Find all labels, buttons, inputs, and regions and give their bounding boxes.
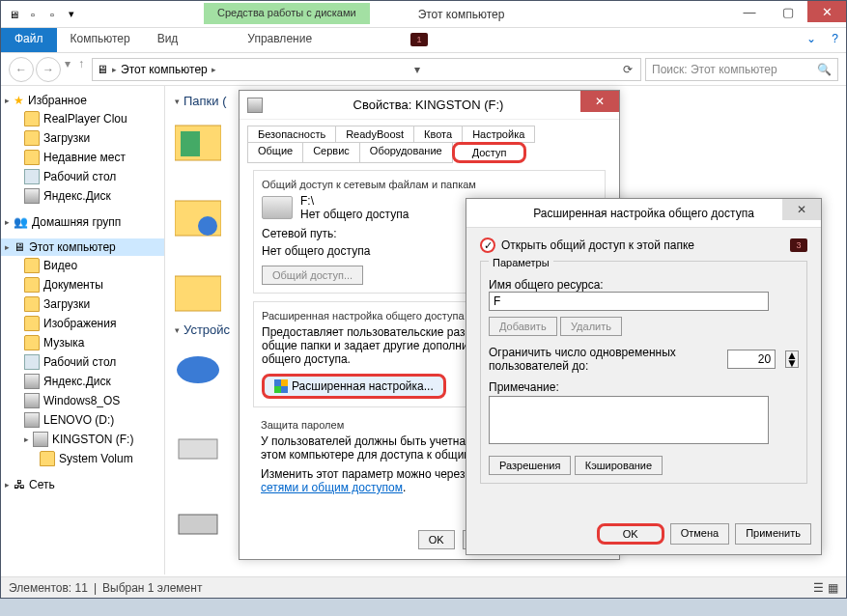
share-button[interactable]: Общий доступ... bbox=[262, 266, 363, 285]
forward-button[interactable]: → bbox=[36, 57, 61, 82]
svg-rect-10 bbox=[274, 386, 281, 393]
view-details-icon[interactable]: ☰ bbox=[813, 581, 824, 595]
nav-item[interactable]: Документы bbox=[1, 275, 164, 294]
ribbon-expand-icon[interactable]: ⌄ bbox=[799, 28, 824, 52]
drive-icon[interactable] bbox=[175, 422, 221, 468]
breadcrumb-thispc[interactable]: Этот компьютер bbox=[121, 63, 208, 76]
nav-item[interactable]: Недавние мест bbox=[1, 148, 164, 167]
svg-rect-9 bbox=[281, 379, 288, 386]
tab-computer[interactable]: Компьютер bbox=[57, 28, 144, 52]
ok-button[interactable]: OK bbox=[597, 523, 664, 545]
ribbon-tabs: Файл Компьютер Вид Управление 1 ⌄ ? bbox=[1, 28, 846, 53]
nav-item[interactable]: Windows8_OS bbox=[1, 391, 164, 410]
nav-item[interactable]: RealPlayer Clou bbox=[1, 109, 164, 128]
drive-icon[interactable] bbox=[175, 497, 221, 544]
nav-item[interactable]: Загрузки bbox=[1, 128, 164, 148]
drive-icon bbox=[247, 98, 263, 113]
dropdown-icon[interactable]: ▾ bbox=[410, 63, 424, 76]
statusbar: Элементов: 11 | Выбран 1 элемент ☰ ▦ bbox=[1, 576, 846, 598]
tab-readyboost[interactable]: ReadyBoost bbox=[335, 126, 414, 143]
share-folder-checkbox[interactable] bbox=[480, 238, 495, 253]
location-icon: 🖥 bbox=[97, 63, 108, 76]
tab-security[interactable]: Безопасность bbox=[247, 126, 336, 143]
nav-item[interactable]: System Volum bbox=[1, 449, 164, 468]
breadcrumb-sep-icon[interactable]: ▸ bbox=[112, 65, 117, 74]
close-button[interactable]: ✕ bbox=[782, 199, 821, 220]
permissions-button[interactable]: Разрешения bbox=[489, 456, 571, 475]
maximize-button[interactable]: ▢ bbox=[769, 1, 807, 22]
view-icons-icon[interactable]: ▦ bbox=[828, 581, 838, 595]
remove-button[interactable]: Удалить bbox=[560, 317, 622, 336]
up-button[interactable]: ↑ bbox=[74, 57, 88, 82]
nav-thispc[interactable]: ▸🖥Этот компьютер bbox=[1, 238, 164, 256]
close-button[interactable]: ✕ bbox=[807, 1, 846, 22]
limit-input[interactable] bbox=[727, 350, 776, 369]
apply-button[interactable]: Применить bbox=[735, 523, 811, 545]
history-dropdown-icon[interactable]: ▾ bbox=[63, 57, 72, 82]
close-button[interactable]: ✕ bbox=[580, 91, 619, 112]
tab-sharing[interactable]: Доступ bbox=[452, 142, 527, 163]
folder-icon[interactable] bbox=[175, 118, 221, 164]
nav-item[interactable]: Яндекс.Диск bbox=[1, 372, 164, 391]
shield-icon bbox=[274, 379, 288, 393]
qat-dropdown-icon[interactable]: ▾ bbox=[63, 6, 80, 23]
back-button[interactable]: ← bbox=[9, 57, 34, 82]
properties-title: Свойства: KINGSTON (F:) bbox=[268, 98, 588, 112]
app-icon: 🖥 bbox=[5, 6, 22, 23]
ribbon-context-tab[interactable]: Средства работы с дисками bbox=[204, 3, 370, 24]
address-bar[interactable]: 🖥 ▸ Этот компьютер ▸ ▾ ⟳ bbox=[92, 58, 641, 81]
advanced-titlebar: Расширенная настройка общего доступа bbox=[466, 199, 821, 228]
tab-hardware[interactable]: Оборудование bbox=[359, 142, 453, 163]
refresh-icon[interactable]: ⟳ bbox=[619, 63, 636, 76]
sharename-input[interactable] bbox=[489, 292, 769, 311]
minimize-button[interactable]: — bbox=[730, 1, 769, 22]
fieldset-legend: Параметры bbox=[489, 257, 553, 268]
nav-item[interactable]: Рабочий стол bbox=[1, 167, 164, 186]
properties-titlebar: Свойства: KINGSTON (F:) 2 bbox=[240, 91, 619, 120]
folder-icon[interactable] bbox=[175, 268, 221, 315]
params-fieldset: Параметры Имя общего ресурса: Добавить У… bbox=[480, 261, 807, 484]
nav-item[interactable]: Музыка bbox=[1, 333, 164, 352]
sharename-label: Имя общего ресурса: bbox=[489, 278, 799, 292]
limit-label: Ограничить число одновременных пользоват… bbox=[489, 346, 718, 373]
section-devices: Устройс bbox=[184, 322, 230, 337]
nav-item[interactable]: LENOVO (D:) bbox=[1, 410, 164, 430]
nav-item[interactable]: Яндекс.Диск bbox=[1, 186, 164, 206]
svg-rect-6 bbox=[179, 439, 217, 459]
advanced-settings-button[interactable]: Расширенная настройка... bbox=[262, 374, 446, 399]
caching-button[interactable]: Кэширование bbox=[575, 456, 663, 475]
nav-item[interactable]: Изображения bbox=[1, 314, 164, 333]
share-folder-label: Открыть общий доступ к этой папке bbox=[501, 238, 694, 252]
tab-quota[interactable]: Квота bbox=[413, 126, 463, 143]
nav-item[interactable]: Видео bbox=[1, 256, 164, 275]
folder-icon[interactable] bbox=[175, 193, 221, 239]
tab-manage[interactable]: Управление bbox=[234, 28, 325, 52]
search-input[interactable]: Поиск: Этот компьютер 🔍 bbox=[645, 58, 838, 81]
spin-down-icon[interactable]: ▼ bbox=[786, 359, 798, 367]
tab-service[interactable]: Сервис bbox=[302, 142, 360, 163]
add-button[interactable]: Добавить bbox=[489, 317, 557, 336]
nav-item[interactable]: ▸KINGSTON (F:) bbox=[1, 430, 164, 449]
qat-newfolder-icon[interactable]: ▫ bbox=[43, 6, 61, 23]
tab-general[interactable]: Общие bbox=[247, 142, 303, 163]
nav-favorites[interactable]: ▸★Избранное bbox=[1, 92, 164, 109]
tab-view[interactable]: Вид bbox=[144, 28, 192, 52]
drive-icon[interactable] bbox=[175, 347, 221, 393]
cancel-button[interactable]: Отмена bbox=[670, 523, 729, 545]
nav-row: ← → ▾ ↑ 🖥 ▸ Этот компьютер ▸ ▾ ⟳ Поиск: … bbox=[1, 53, 846, 86]
breadcrumb-sep-icon[interactable]: ▸ bbox=[212, 65, 216, 74]
tab-customize[interactable]: Настройка bbox=[462, 126, 535, 143]
nav-homegroup[interactable]: ▸👥Домашняя групп bbox=[1, 213, 164, 231]
qat-props-icon[interactable]: ▫ bbox=[24, 6, 42, 23]
note-textarea[interactable] bbox=[489, 396, 769, 444]
nav-item[interactable]: Рабочий стол bbox=[1, 352, 164, 372]
help-icon[interactable]: ? bbox=[824, 28, 846, 52]
nav-item[interactable]: Загрузки bbox=[1, 294, 164, 314]
section-folders: Папки ( bbox=[184, 94, 227, 108]
collapse-icon[interactable]: ▾ bbox=[175, 97, 180, 106]
ok-button[interactable]: OK bbox=[418, 530, 455, 549]
note-label: Примечание: bbox=[489, 380, 799, 394]
nav-network[interactable]: ▸🖧Сеть bbox=[1, 476, 164, 493]
tab-file[interactable]: Файл bbox=[1, 28, 57, 52]
collapse-icon[interactable]: ▾ bbox=[175, 325, 180, 335]
